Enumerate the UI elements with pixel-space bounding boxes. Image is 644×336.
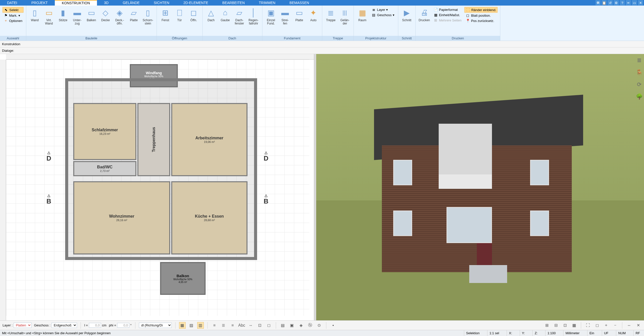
window-restore-icon[interactable]: ▭ <box>632 0 637 5</box>
layer-tool-icon[interactable]: ▤ <box>280 322 286 329</box>
help-icon[interactable]: ? <box>620 0 625 5</box>
room-schlafzimmer[interactable]: Schlafzimmer16,23 m² <box>73 103 136 160</box>
layer-dropdown[interactable]: ≣Layer ▾ <box>370 7 395 12</box>
menu-tab-bemassen[interactable]: BEMASSEN <box>282 0 316 6</box>
settings-icon[interactable]: ⚙ <box>614 0 619 5</box>
streifen-button[interactable]: ▬Strei- fen <box>278 7 292 26</box>
einheit-button[interactable]: ▦Einheit/Maßst. <box>432 12 462 17</box>
raum-button[interactable]: ▦Raum <box>355 7 369 22</box>
regenfallrohr-button[interactable]: │Regen- fallrohr <box>246 7 261 26</box>
drucken-button[interactable]: 🖨Drucken <box>417 7 432 22</box>
richtung-select[interactable]: dl (Richtung/Di <box>139 323 172 328</box>
unterzug-button[interactable]: ▬Unter- zug <box>70 7 84 26</box>
menu-tab-3d[interactable]: 3D <box>97 0 116 6</box>
grid-toggle-icon[interactable]: ▦ <box>179 322 186 329</box>
einzelfund-button[interactable]: ▣Einzel Fund. <box>264 7 278 26</box>
render-icon[interactable]: ▪ <box>330 322 336 329</box>
copy-tool-icon[interactable]: ▣ <box>289 322 295 329</box>
balken-button[interactable]: ▭Balken <box>84 7 98 22</box>
fenster-button[interactable]: ⊞Fenst <box>158 7 172 22</box>
room-treppenhaus[interactable]: Treppenhaus <box>137 103 170 176</box>
window-minimize-icon[interactable]: ━ <box>626 0 631 5</box>
gelaender-button[interactable]: ⫼Gelän- der <box>338 7 352 26</box>
menu-tab-sichten[interactable]: SICHTEN <box>147 0 176 6</box>
papierformat-button[interactable]: 📄Papierformat <box>432 7 462 12</box>
view1-icon[interactable]: ⊞ <box>543 322 550 329</box>
window-close-icon[interactable]: ✕ <box>638 0 643 5</box>
view2-icon[interactable]: ⊟ <box>553 322 559 329</box>
close-view-icon[interactable]: ✕ <box>635 322 641 329</box>
align-center-icon[interactable]: ≣ <box>220 322 227 329</box>
pos-reset-button[interactable]: 📍Pos zurücksetz. <box>464 18 498 23</box>
stuetze-button[interactable]: ▮Stütze <box>56 7 70 22</box>
schornstein-button[interactable]: ▯Schorn- stein <box>141 7 155 26</box>
shape-tool-icon[interactable]: ◈ <box>298 322 304 329</box>
3d-viewport[interactable] <box>316 54 644 320</box>
tool-icon[interactable]: 🛠 <box>596 0 601 5</box>
menu-tab-datei[interactable]: DATEI <box>0 0 24 6</box>
zoom-out-icon[interactable]: － <box>612 322 618 329</box>
room-wohnzimmer[interactable]: Wohnzimmer28,16 m² <box>73 181 170 254</box>
compass-icon[interactable]: ⊙ <box>316 322 323 329</box>
dimension-icon[interactable]: ↔ <box>247 322 254 329</box>
auto-fund-button[interactable]: ✦Auto <box>306 7 320 22</box>
crop-icon[interactable]: ◻ <box>266 322 272 329</box>
menu-tab-gelaende[interactable]: GELÄNDE <box>116 0 147 6</box>
optionen-button[interactable]: ＋Optionen <box>3 18 23 23</box>
mark-button[interactable]: ⚑Mark. ▾ <box>3 13 23 18</box>
north-icon[interactable]: Ⓝ <box>307 322 313 329</box>
menu-tab-trimmen[interactable]: TRIMMEN <box>252 0 282 6</box>
raender-button[interactable]: ⛶Ränder einblend. <box>464 7 498 13</box>
measure-icon[interactable]: ↔ <box>626 322 632 329</box>
virt-wand-button[interactable]: ▭Virt. Wand <box>42 7 56 26</box>
zoom-window-icon[interactable]: ◻ <box>594 322 600 329</box>
phi-input[interactable] <box>117 323 129 328</box>
menu-tab-bearbeiten[interactable]: BEARBEITEN <box>215 0 252 6</box>
dach-button[interactable]: △Dach <box>204 7 218 22</box>
tree-icon[interactable]: 🌳 <box>635 93 643 100</box>
l-input[interactable] <box>89 323 101 328</box>
align-right-icon[interactable]: ≡ <box>229 322 236 329</box>
schnitt-button[interactable]: ▶Schnitt <box>400 7 414 22</box>
room-bad-wc[interactable]: Bad/WC2,73 m² <box>73 161 136 176</box>
room-balkon[interactable]: Balkon Wohnfläche 50% 4,65 m² <box>160 262 206 295</box>
orbit-icon[interactable]: ⟳ <box>635 81 643 88</box>
menu-tab-projekt[interactable]: PROJEKT <box>24 0 55 6</box>
snap-icon[interactable]: ⊡ <box>257 322 263 329</box>
zoom-extents-icon[interactable]: ⛶ <box>585 322 591 329</box>
menu-tab-konstruktion[interactable]: KONSTRUKTION <box>55 0 97 6</box>
oeffnung-button[interactable]: ◻Öffn. <box>187 7 201 22</box>
align-left-icon[interactable]: ≡ <box>211 322 218 329</box>
plan-view-pane[interactable]: Windfang Wohnfläche 50% 2,43 m² Schlafzi… <box>0 54 314 320</box>
sync-icon[interactable]: ↺ <box>608 0 613 5</box>
layers-3d-icon[interactable]: ≣ <box>635 57 643 64</box>
clipboard-icon[interactable]: 📋 <box>602 0 607 5</box>
platte-button[interactable]: ▱Platte <box>127 7 141 22</box>
3d-view-pane[interactable]: ≣ 🪑 ⟳ 🌳 <box>316 54 644 320</box>
color-toggle-icon[interactable]: ▥ <box>197 322 204 329</box>
treppe-button[interactable]: ≣Treppe <box>324 7 338 22</box>
view3-icon[interactable]: ⊡ <box>562 322 568 329</box>
tuer-button[interactable]: ⎕Tür <box>172 7 187 22</box>
plan-canvas[interactable]: Windfang Wohnfläche 50% 2,43 m² Schlafzi… <box>6 60 309 316</box>
deckoeffn-button[interactable]: ◈Deck.- öffn. <box>113 7 127 26</box>
decke-button[interactable]: ◇Decke <box>98 7 113 22</box>
text-icon[interactable]: Abc <box>238 322 245 329</box>
layer-select[interactable]: Platten <box>14 323 32 328</box>
hatch-toggle-icon[interactable]: ▨ <box>188 322 195 329</box>
room-arbeitszimmer[interactable]: Arbeitszimmer19,06 m² <box>171 103 247 176</box>
gaube-button[interactable]: ⌂Gaube <box>218 7 232 22</box>
menu-tab-2d-elemente[interactable]: 2D-ELEMENTE <box>176 0 215 6</box>
blatt-position-button[interactable]: ◻Blatt position. <box>464 13 498 18</box>
room-kueche-essen[interactable]: Küche + Essen28,68 m² <box>171 181 247 254</box>
splitter[interactable] <box>314 54 316 320</box>
wand-button[interactable]: ▯Wand <box>28 7 42 22</box>
selekt-button[interactable]: ⬉Selekt <box>3 7 23 13</box>
zoom-in-icon[interactable]: ＋ <box>603 322 609 329</box>
dachfenster-button[interactable]: ▱Dach- fenster <box>232 7 246 26</box>
platte-fund-button[interactable]: ▭Platte <box>292 7 306 22</box>
view4-icon[interactable]: ▦ <box>571 322 577 329</box>
geschoss-select[interactable]: Erdgeschoß <box>52 323 77 328</box>
mehrere-seiten-button[interactable]: ⊞Mehrere Seiten <box>432 18 462 23</box>
furniture-icon[interactable]: 🪑 <box>635 69 643 76</box>
